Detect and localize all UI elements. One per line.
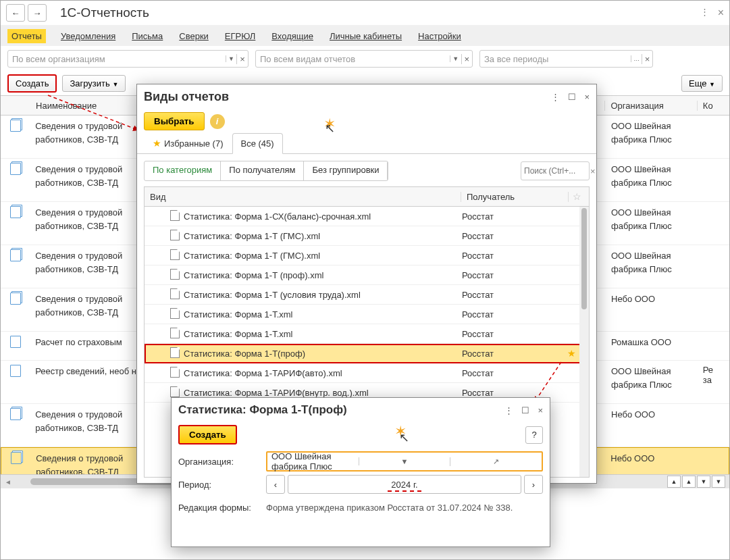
ellipsis-icon[interactable]: …: [631, 55, 642, 62]
dialog-actions: Создать ?: [172, 422, 550, 447]
scroll-thumb[interactable]: [581, 208, 587, 309]
app-window: ← → 1С-Отчетность ⋮ × Отчеты Уведомления…: [0, 0, 730, 560]
doc-icon: [170, 347, 180, 358]
star-icon[interactable]: ★: [567, 348, 576, 359]
item-title: Статистика: Форма 1-Т.xml: [184, 329, 462, 339]
load-button[interactable]: Загрузить ▼: [62, 75, 126, 92]
col-org[interactable]: Организация: [605, 101, 697, 111]
chevron-down-icon[interactable]: ▼: [450, 55, 461, 62]
help-button[interactable]: ?: [525, 426, 543, 444]
period-value[interactable]: 2024 г.: [288, 475, 521, 494]
load-label: Загрузить: [70, 78, 109, 88]
maximize-icon[interactable]: ☐: [568, 92, 576, 102]
list-item[interactable]: Статистика: Форма 1-Т.xmlРосстат: [145, 324, 589, 344]
maximize-icon[interactable]: ☐: [521, 405, 529, 415]
doc-icon: [170, 210, 180, 221]
item-title: Статистика: Форма 1-Т (ГМС).xml: [184, 231, 462, 241]
dialog-header: Статистика: Форма 1-Т(проф) ⋮ ☐ ×: [172, 398, 550, 422]
list-item[interactable]: Статистика: Форма 1-Т.xmlРосстат: [145, 305, 589, 324]
chevron-down-icon[interactable]: ▼: [226, 55, 237, 62]
period-filter[interactable]: …×: [479, 50, 653, 68]
period-filter-input[interactable]: [480, 54, 631, 64]
tab-reports[interactable]: Отчеты: [7, 29, 46, 43]
create-button[interactable]: Создать: [7, 74, 57, 93]
tab-letters[interactable]: Письма: [130, 29, 164, 43]
doc-icon: [170, 288, 180, 299]
nav-back-button[interactable]: ←: [6, 4, 25, 22]
nav-forward-button[interactable]: →: [28, 4, 47, 22]
tab-egrul[interactable]: ЕГРЮЛ: [224, 29, 257, 43]
tab-checks[interactable]: Сверки: [178, 29, 210, 43]
more-button[interactable]: Еще ▼: [681, 75, 723, 92]
by-recipients[interactable]: По получателям: [221, 161, 304, 180]
col-type[interactable]: Вид: [145, 192, 461, 202]
doc-icon: [170, 249, 180, 260]
doc-icon: [10, 249, 21, 261]
item-recipient: Росстат: [462, 211, 563, 222]
type-filter[interactable]: ▼×: [255, 50, 473, 68]
page-down2-icon[interactable]: ▼: [712, 476, 725, 488]
item-recipient: Росстат: [462, 270, 563, 280]
by-categories[interactable]: По категориям: [145, 161, 221, 180]
clear-icon[interactable]: ×: [236, 54, 248, 64]
tab-all[interactable]: Все (45): [232, 133, 283, 154]
filter-row: ▼× ▼× …×: [1, 46, 729, 72]
close-icon[interactable]: ×: [538, 405, 543, 415]
search-input[interactable]: [521, 166, 588, 176]
col-recipient[interactable]: Получатель: [461, 192, 569, 202]
redaction-label: Редакция формы:: [178, 503, 259, 513]
list-item[interactable]: Статистика: Форма 1-Т (проф).xmlРосстат: [145, 265, 589, 285]
open-icon[interactable]: ↗: [450, 457, 542, 466]
tab-incoming[interactable]: Входящие: [270, 29, 315, 43]
tab-favorites[interactable]: ★Избранные (7): [144, 133, 232, 153]
type-filter-input[interactable]: [256, 54, 450, 64]
item-title: Статистика: Форма 1-Т(проф): [184, 349, 462, 359]
list-item[interactable]: Статистика: Форма 1-Т (условия труда).xm…: [145, 285, 589, 305]
list-item[interactable]: Статистика: Форма 1-Т (ГМС).xmlРосстат: [145, 226, 589, 246]
org-select[interactable]: ООО Швейная фабрика Плюс ▼ ↗: [266, 451, 543, 472]
tab-favorites-label: Избранные (7): [164, 138, 224, 149]
doc-icon: [10, 292, 21, 305]
close-icon[interactable]: ×: [584, 92, 590, 102]
create-button[interactable]: Создать: [178, 425, 237, 444]
next-period-button[interactable]: ›: [524, 475, 543, 494]
tab-cabinets[interactable]: Личные кабинеты: [328, 29, 403, 43]
item-recipient: Росстат: [462, 368, 563, 378]
page-down-icon[interactable]: ▼: [697, 476, 710, 488]
star-icon[interactable]: ☆: [573, 191, 581, 202]
tab-notifications[interactable]: Уведомления: [59, 29, 117, 43]
col-ko[interactable]: Ко: [698, 101, 729, 111]
doc-icon: [10, 206, 21, 218]
row-org: Ромашка ООО: [606, 336, 698, 349]
row-org: ООО Швейная фабрика Плюс: [606, 206, 698, 232]
list-item[interactable]: Статистика: Форма 1-ТАРИФ(авто).xmlРосст…: [145, 363, 589, 383]
page-up2-icon[interactable]: ▲: [682, 476, 696, 488]
dialog-header: Виды отчетов ⋮ ☐ ×: [137, 84, 596, 109]
more-icon[interactable]: ⋮: [551, 92, 560, 102]
list-item[interactable]: Статистика: Форма 1-Т (ГМС).xmlРосстат: [145, 246, 589, 265]
more-icon[interactable]: ⋮: [700, 7, 708, 19]
select-button[interactable]: Выбрать: [144, 112, 205, 130]
scroll-left-icon[interactable]: ◄: [5, 478, 11, 486]
vertical-scrollbar[interactable]: [579, 207, 589, 477]
prev-period-button[interactable]: ‹: [266, 475, 285, 494]
tab-settings[interactable]: Настройки: [417, 29, 463, 43]
doc-icon: [10, 365, 21, 377]
org-filter[interactable]: ▼×: [7, 50, 249, 68]
clear-icon[interactable]: ×: [588, 166, 598, 176]
page-up-icon[interactable]: ▲: [667, 476, 681, 488]
org-filter-input[interactable]: [8, 54, 226, 64]
chevron-down-icon[interactable]: ▼: [359, 457, 450, 465]
list-item[interactable]: Статистика: Форма 1-СХ(баланс)-срочная.x…: [145, 207, 589, 226]
close-icon[interactable]: ×: [718, 7, 724, 19]
more-icon[interactable]: ⋮: [504, 405, 513, 415]
info-icon[interactable]: i: [210, 114, 225, 129]
no-grouping[interactable]: Без группировки: [304, 161, 388, 180]
doc-icon: [10, 163, 21, 175]
item-recipient: Росстат: [462, 388, 563, 398]
clear-icon[interactable]: ×: [642, 54, 652, 64]
list-item[interactable]: Статистика: Форма 1-Т(проф)Росстат★: [145, 344, 589, 363]
search-box[interactable]: ×: [521, 161, 590, 180]
item-title: Статистика: Форма 1-ТАРИФ(внутр. вод.).x…: [184, 388, 462, 398]
clear-icon[interactable]: ×: [461, 54, 472, 64]
